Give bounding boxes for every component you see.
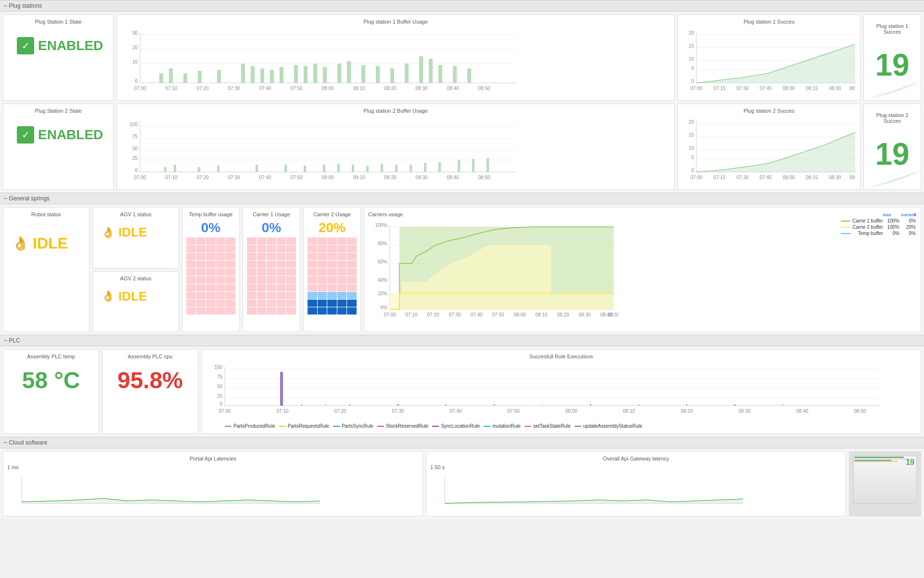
svg-text:07:50: 07:50 (290, 86, 302, 91)
svg-rect-39 (390, 68, 394, 83)
portal-api-chart (7, 472, 419, 511)
plug-station1-success-chart: 20 15 10 5 0 07:00 07:15 07:30 07:45 08:… (682, 27, 856, 95)
svg-text:08:00: 08:00 (783, 86, 795, 91)
legend-carrier2-label: Carrie 2 buffer (852, 224, 883, 230)
svg-text:07:45: 07:45 (759, 175, 771, 180)
plc-row: Assembly PLC temp 58 °C Assembly PLC cpu… (3, 349, 921, 434)
svg-rect-33 (313, 64, 317, 83)
svg-text:10: 10 (132, 59, 138, 65)
svg-rect-105 (438, 162, 441, 172)
plug-station1-success-panel: Plug station 1 Succes 20 15 10 5 0 07:00… (678, 14, 860, 101)
plug-station1-state-panel: Plug Station 1 State ✓ ENABLED (3, 14, 114, 101)
svg-rect-108 (487, 158, 489, 172)
svg-rect-102 (395, 165, 398, 172)
svg-rect-35 (337, 64, 341, 83)
svg-text:08:15: 08:15 (806, 86, 818, 91)
svg-rect-104 (424, 163, 426, 172)
legend-carrier1-max: 100% (885, 218, 899, 223)
svg-text:0: 0 (135, 79, 138, 84)
svg-text:08:50: 08:50 (607, 312, 618, 317)
svg-rect-24 (198, 71, 202, 83)
general-springs-header[interactable]: ~ General springs (0, 193, 924, 204)
svg-text:100: 100 (129, 122, 138, 127)
svg-rect-22 (169, 68, 173, 83)
portal-api-title: Portal Api Latencies (7, 456, 419, 461)
svg-text:08:30: 08:30 (415, 175, 427, 180)
svg-text:50: 50 (132, 146, 138, 151)
svg-text:08:15: 08:15 (806, 175, 818, 180)
screenshot-thumbnail-panel: 19 (849, 451, 921, 516)
svg-text:08:00: 08:00 (321, 86, 334, 91)
svg-text:07:30: 07:30 (392, 408, 404, 414)
svg-text:5: 5 (691, 66, 694, 71)
rule-executions-chart: 100 75 50 25 0 (205, 362, 917, 420)
agv2-status-title: AGV 2 status (97, 276, 175, 281)
svg-text:08:40: 08:40 (796, 408, 808, 414)
svg-text:08:50: 08:50 (478, 175, 490, 180)
plug-station1-state-value: ENABLED (38, 38, 103, 53)
screenshot-thumbnail: 19 (853, 456, 917, 504)
svg-rect-100 (366, 166, 369, 172)
plug-station2-buffer-title: Plug station 2 Buffer Usage (121, 108, 670, 114)
svg-text:08:20: 08:20 (384, 86, 396, 91)
carrier2-value: 20% (308, 220, 357, 236)
general-springs-row: Robot status 👌 IDLE AGV 1 status 👌 IDLE … (3, 207, 921, 332)
svg-text:08:10: 08:10 (535, 312, 547, 317)
svg-text:07:20: 07:20 (334, 408, 346, 414)
carriers-usage-header: Carriers usage ∨ (368, 211, 917, 217)
svg-rect-25 (217, 70, 221, 83)
svg-text:07:40: 07:40 (470, 312, 482, 317)
svg-text:07:15: 07:15 (713, 175, 725, 180)
plug-stations-header[interactable]: ~ Plug stations (0, 0, 924, 12)
svg-text:07:50: 07:50 (290, 175, 302, 180)
svg-marker-120 (696, 132, 855, 172)
agv2-idle-emoji: 👌 (102, 290, 115, 302)
general-springs-content: Robot status 👌 IDLE AGV 1 status 👌 IDLE … (0, 204, 924, 335)
svg-text:0: 0 (219, 401, 222, 407)
agv1-status-panel: AGV 1 status 👌 IDLE (92, 207, 179, 268)
svg-text:08:40: 08:40 (447, 175, 459, 180)
svg-text:07:00: 07:00 (690, 175, 702, 180)
assembly-temp-value: 58 °C (7, 362, 95, 398)
plc-header[interactable]: ~ PLC (0, 335, 924, 346)
svg-text:08:20: 08:20 (384, 175, 396, 180)
agv2-status-badge: 👌 IDLE (97, 284, 175, 309)
plug-station2-row: Plug Station 2 State ✓ ENABLED Plug stat… (3, 104, 921, 190)
rule-executions-panel: Succesfull Rule Executions 100 75 50 25 … (201, 349, 921, 434)
svg-rect-96 (304, 166, 306, 172)
svg-text:75: 75 (217, 374, 223, 380)
assembly-temp-title: Assembly PLC temp (7, 354, 95, 359)
svg-text:08:10: 08:10 (353, 175, 365, 180)
overall-api-panel: Overall Api Gateway latency 1.50 s (426, 451, 846, 516)
svg-text:08:30: 08:30 (578, 312, 590, 317)
svg-text:07:10: 07:10 (405, 312, 417, 317)
svg-text:07:40: 07:40 (259, 175, 271, 180)
svg-text:07:20: 07:20 (427, 312, 439, 317)
svg-rect-32 (304, 66, 308, 83)
legend-carrier2: Carrie 2 buffer 100% 20% (841, 224, 916, 230)
svg-text:07:10: 07:10 (165, 86, 177, 91)
svg-text:07:15: 07:15 (713, 86, 725, 91)
svg-text:08:00: 08:00 (513, 312, 526, 317)
legend-carrier2-max: 100% (885, 224, 899, 230)
agv2-status-panel: AGV 2 status 👌 IDLE (92, 271, 179, 332)
svg-rect-43 (438, 65, 442, 83)
temp-buffer-title: Temp buffer usage (186, 211, 235, 217)
cloud-software-header[interactable]: ~ Cloud software (0, 437, 924, 448)
svg-text:07:10: 07:10 (165, 175, 177, 180)
legend-update-assembly: updateAssemblyStatusRule (575, 423, 642, 429)
svg-text:30: 30 (132, 30, 138, 36)
svg-rect-93 (217, 166, 219, 172)
plug-stations-label: ~ Plug stations (4, 2, 42, 9)
svg-text:0: 0 (691, 168, 694, 173)
thumbnail-number: 19 (906, 458, 914, 467)
plug-station2-state-panel: Plug Station 2 State ✓ ENABLED (3, 104, 114, 190)
assembly-cpu-panel: Assembly PLC cpu 95.8% (102, 349, 198, 434)
robot-status-panel: Robot status 👌 IDLE (3, 207, 90, 332)
legend-stock-reserved: StockReservedRule (377, 423, 428, 429)
svg-text:08:10: 08:10 (353, 86, 365, 91)
assembly-cpu-title: Assembly PLC cpu (106, 354, 194, 359)
legend-temp-current: 0% (901, 231, 916, 236)
svg-rect-107 (472, 159, 475, 172)
plug-station1-buffer-title: Plug station 1 Buffer Usage (121, 19, 670, 25)
